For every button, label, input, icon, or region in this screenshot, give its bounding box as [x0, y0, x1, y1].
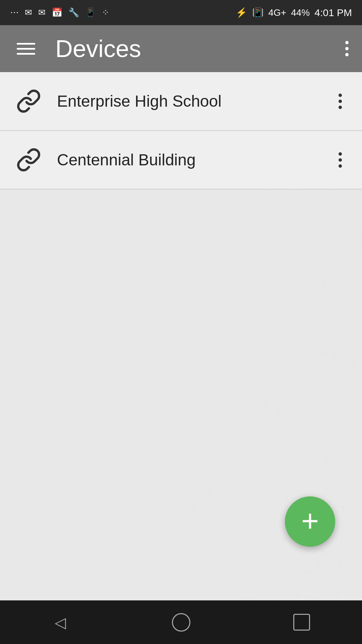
overflow-menu-button[interactable] — [345, 41, 349, 56]
status-bar: ⋯ ✉ ✉ 📅 🔧 📱 ⁘ ⚡ 📳 4G+ 44% 4:01 PM — [0, 0, 362, 25]
device-name-2: Centennial Building — [57, 151, 332, 169]
notification-icon: ⋯ — [10, 7, 19, 18]
bluetooth-icon: ⚡ — [236, 7, 247, 18]
hamburger-line-3 — [17, 53, 35, 55]
status-bar-right: ⚡ 📳 4G+ 44% 4:01 PM — [236, 7, 352, 18]
device-name-1: Enterprise High School — [57, 92, 332, 110]
wrench-icon: 🔧 — [68, 7, 79, 18]
navigation-bar: ◁ — [0, 600, 362, 644]
app-bar: Devices — [0, 25, 362, 72]
status-time: 4:01 PM — [314, 7, 352, 18]
page-title: Devices — [55, 35, 345, 62]
content-area: Enterprise High School Centennial Buildi… — [0, 72, 362, 600]
device-menu-button-1[interactable] — [332, 90, 349, 112]
mail-alt-icon: ✉ — [38, 7, 46, 18]
recents-button[interactable] — [282, 609, 322, 636]
hamburger-menu-button[interactable] — [13, 40, 39, 58]
signal-icon: 4G+ — [268, 7, 287, 18]
overflow-dot-3 — [345, 53, 349, 56]
calendar-icon: 📅 — [52, 7, 62, 18]
status-bar-left: ⋯ ✉ ✉ 📅 🔧 📱 ⁘ — [10, 7, 109, 18]
back-icon: ◁ — [55, 614, 66, 631]
phone-icon: 📱 — [85, 7, 96, 18]
hamburger-line-2 — [17, 48, 35, 50]
dots-icon: ⁘ — [102, 7, 109, 18]
add-icon: + — [301, 506, 319, 536]
device-item-2[interactable]: Centennial Building — [0, 131, 362, 190]
device-menu-button-2[interactable] — [332, 149, 349, 171]
back-button[interactable]: ◁ — [40, 609, 80, 636]
hamburger-line-1 — [17, 43, 35, 45]
vibrate-icon: 📳 — [252, 7, 264, 18]
link-icon — [13, 86, 44, 116]
mail-icon: ✉ — [25, 7, 32, 18]
link-icon — [13, 145, 44, 175]
home-icon — [172, 613, 190, 632]
recents-icon — [293, 614, 310, 631]
battery-icon: 44% — [291, 7, 310, 18]
device-item-1[interactable]: Enterprise High School — [0, 72, 362, 131]
add-device-fab-button[interactable]: + — [285, 496, 335, 547]
overflow-dot-2 — [345, 47, 349, 50]
home-button[interactable] — [161, 609, 201, 636]
overflow-dot-1 — [345, 41, 349, 44]
